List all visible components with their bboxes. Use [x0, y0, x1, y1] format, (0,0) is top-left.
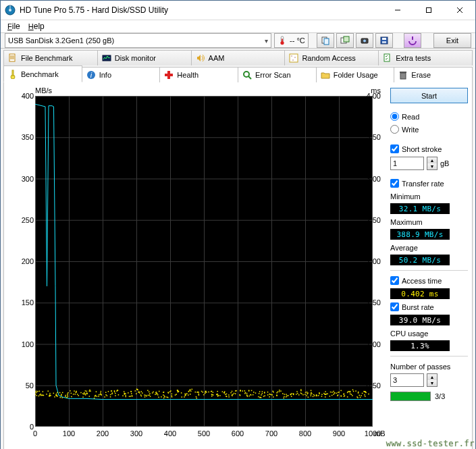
- y-axis-label: MB/s: [35, 86, 52, 95]
- benchmark-chart: [35, 96, 373, 427]
- maximum-label: Maximum: [390, 218, 468, 226]
- menu-file[interactable]: File: [3, 20, 24, 32]
- screenshot-to-clipboard-button[interactable]: [356, 33, 373, 48]
- maximize-button[interactable]: [413, 1, 444, 20]
- transfer-rate-input[interactable]: [390, 179, 399, 188]
- tab-label: Disk monitor: [115, 54, 156, 62]
- svg-rect-2: [10, 5, 11, 9]
- tab-health[interactable]: Health: [159, 67, 238, 82]
- tab-label: Folder Usage: [334, 71, 378, 79]
- access-time-input[interactable]: [390, 276, 399, 285]
- tabs: File Benchmark Disk monitor AAM Random A…: [1, 49, 475, 449]
- access-time-value: 0.402 ms: [390, 288, 450, 299]
- erase-icon: [398, 70, 408, 80]
- short-stroke-spinner[interactable]: ▲▼: [427, 157, 438, 170]
- short-stroke-label: Short stroke: [402, 145, 442, 153]
- write-label: Write: [402, 126, 419, 134]
- passes-value[interactable]: [390, 373, 424, 387]
- short-stroke-input[interactable]: [390, 144, 399, 153]
- svg-point-20: [294, 57, 296, 58]
- svg-rect-22: [384, 54, 390, 61]
- tab-folder-usage[interactable]: Folder Usage: [316, 67, 395, 82]
- minimum-value: 32.1 MB/s: [390, 203, 450, 214]
- svg-point-12: [363, 40, 366, 43]
- write-radio[interactable]: Write: [390, 124, 468, 134]
- burst-rate-label: Burst rate: [402, 303, 434, 311]
- info-icon: i: [86, 70, 96, 80]
- exit-label: Exit: [446, 36, 458, 45]
- tab-label: Info: [99, 71, 111, 79]
- chevron-down-icon: ▾: [265, 37, 268, 45]
- write-radio-input[interactable]: [390, 125, 399, 134]
- burst-rate-input[interactable]: [390, 302, 399, 311]
- thermometer-icon: [277, 36, 287, 45]
- app-icon: [5, 5, 16, 16]
- save-screenshot-button[interactable]: [375, 33, 393, 48]
- passes-spinner[interactable]: ▲▼: [427, 373, 438, 387]
- average-value: 50.2 MB/s: [390, 255, 450, 265]
- svg-rect-18: [290, 54, 298, 62]
- tab-label: Erase: [411, 71, 431, 79]
- tab-benchmark[interactable]: Benchmark: [3, 65, 82, 82]
- tab-info[interactable]: iInfo: [82, 67, 161, 82]
- start-button[interactable]: Start: [390, 88, 468, 103]
- svg-point-19: [291, 55, 292, 57]
- number-of-passes-label: Number of passes: [390, 363, 468, 371]
- tab-disk-monitor[interactable]: Disk monitor: [97, 50, 192, 65]
- cpu-usage-value: 1.3%: [390, 340, 450, 351]
- drive-select-value: USB SanDisk 3.2Gen1 (250 gB): [8, 36, 114, 45]
- copy-screenshot-button[interactable]: [336, 33, 354, 48]
- burst-rate-checkbox[interactable]: Burst rate: [390, 302, 468, 312]
- drive-select[interactable]: USB SanDisk 3.2Gen1 (250 gB) ▾: [5, 33, 271, 48]
- tab-label: AAM: [209, 54, 225, 62]
- short-stroke-checkbox[interactable]: Short stroke: [390, 144, 468, 154]
- tab-random-access[interactable]: Random Access: [284, 50, 379, 65]
- disk-monitor-icon: [102, 53, 111, 63]
- exit-button[interactable]: Exit: [433, 33, 471, 48]
- passes-progress-text: 3/3: [435, 392, 445, 400]
- short-stroke-unit: gB: [440, 159, 449, 167]
- toolbar: USB SanDisk 3.2Gen1 (250 gB) ▾ -- °C Exi…: [1, 33, 475, 49]
- random-access-icon: [289, 53, 298, 63]
- tab-label: Error Scan: [255, 71, 291, 79]
- tab-file-benchmark[interactable]: File Benchmark: [3, 50, 98, 65]
- tab-erase[interactable]: Erase: [394, 67, 473, 82]
- cpu-usage-label: CPU usage: [390, 329, 468, 338]
- options-button[interactable]: [404, 33, 421, 48]
- average-label: Average: [390, 244, 468, 252]
- chart-panel: MB/s ms 4003503002502001501005004.003.50…: [8, 86, 386, 449]
- svg-point-29: [244, 72, 249, 77]
- benchmark-icon: [8, 70, 18, 79]
- menu-help[interactable]: Help: [24, 20, 49, 32]
- close-button[interactable]: [444, 1, 475, 20]
- svg-rect-6: [282, 38, 283, 42]
- health-icon: [164, 70, 174, 80]
- svg-rect-28: [165, 74, 173, 76]
- svg-rect-30: [400, 73, 406, 79]
- tab-aam[interactable]: AAM: [191, 50, 286, 65]
- short-stroke-value[interactable]: [390, 157, 424, 170]
- temperature-display: -- °C: [274, 33, 309, 48]
- side-panel: Start Read Write Short stroke ▲▼ gB Tran…: [390, 86, 468, 449]
- access-time-checkbox[interactable]: Access time: [390, 275, 468, 286]
- svg-rect-10: [344, 36, 349, 42]
- maximum-value: 388.9 MB/s: [390, 229, 450, 240]
- minimize-button[interactable]: [382, 1, 413, 20]
- transfer-rate-checkbox[interactable]: Transfer rate: [390, 178, 468, 188]
- tab-error-scan[interactable]: Error Scan: [238, 67, 317, 82]
- read-label: Read: [402, 113, 419, 121]
- svg-point-1: [9, 9, 11, 11]
- svg-rect-31: [400, 72, 406, 73]
- tab-extra-tests[interactable]: Extra tests: [378, 50, 473, 65]
- extra-tests-icon: [383, 53, 392, 63]
- passes-progress-bar: [390, 392, 431, 401]
- copy-info-button[interactable]: [317, 33, 334, 48]
- read-radio-input[interactable]: [390, 112, 399, 121]
- menubar: File Help: [1, 20, 475, 33]
- transfer-rate-label: Transfer rate: [402, 180, 444, 188]
- read-radio[interactable]: Read: [390, 111, 468, 122]
- file-benchmark-icon: [8, 53, 18, 63]
- access-time-label: Access time: [402, 277, 442, 285]
- svg-point-21: [292, 59, 294, 61]
- svg-rect-24: [12, 70, 14, 76]
